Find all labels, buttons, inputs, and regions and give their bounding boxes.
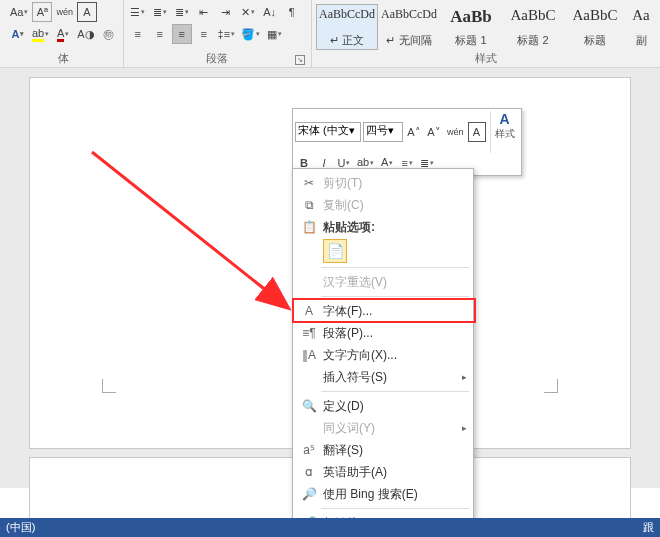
- mini-char-border[interactable]: A: [468, 122, 486, 142]
- ctx-font-label: 字体(F)...: [323, 303, 372, 320]
- ctx-paste-header: 📋 粘贴选项:: [293, 216, 473, 238]
- styles-label-text: 样式: [475, 52, 497, 64]
- paste-icon: 📋: [299, 220, 319, 234]
- ribbon-group-font: Aa▾ Aª wén A A▾ ab▾ A▾ A◑ ㊞ 体: [4, 0, 124, 67]
- ribbon: Aa▾ Aª wén A A▾ ab▾ A▾ A◑ ㊞ 体 ☰▾ ≣▾ ≣▾ ⇤…: [0, 0, 660, 68]
- style-item-heading2[interactable]: AaBbC 标题 2: [502, 4, 564, 50]
- ctx-insert-symbol[interactable]: 插入符号(S) ▸: [293, 366, 473, 388]
- style-preview: AaBbC: [573, 7, 618, 24]
- ctx-define[interactable]: 🔍 定义(D): [293, 395, 473, 417]
- bullets-button[interactable]: ☰▾: [128, 2, 148, 22]
- paragraph-expander-icon[interactable]: ↘: [295, 55, 305, 65]
- ribbon-group-label-font: 体: [8, 50, 119, 67]
- increase-indent-button[interactable]: ⇥: [216, 2, 236, 22]
- ctx-paste-options: 📄: [293, 238, 473, 264]
- context-menu: ✂ 剪切(T) ⧉ 复制(C) 📋 粘贴选项: 📄 汉字重选(V) A 字体(F…: [292, 168, 474, 537]
- paragraph-label-text: 段落: [206, 52, 228, 64]
- status-language[interactable]: (中国): [6, 520, 35, 535]
- ctx-text-direction-label: 文字方向(X)...: [323, 347, 397, 364]
- ribbon-group-label-styles: 样式: [316, 50, 656, 67]
- align-left-button[interactable]: ≡: [128, 24, 148, 44]
- submenu-arrow-icon: ▸: [462, 423, 467, 433]
- style-item-heading1[interactable]: AaBb 标题 1: [440, 4, 502, 50]
- paragraph-icon: ≡¶: [299, 326, 319, 340]
- text-effects-button[interactable]: A▾: [8, 24, 28, 44]
- ctx-hanzi-reselect[interactable]: 汉字重选(V): [293, 271, 473, 293]
- mini-font-size[interactable]: 四号▾: [363, 122, 403, 142]
- ribbon-group-paragraph: ☰▾ ≣▾ ≣▾ ⇤ ⇥ ✕▾ A↓ ¶ ≡ ≡ ≡ ≡ ‡≡▾ 🪣▾ ▦▾ 段…: [124, 0, 312, 67]
- ctx-cut-label: 剪切(T): [323, 175, 362, 192]
- shading-button[interactable]: 🪣▾: [239, 24, 262, 44]
- mini-shrink-font[interactable]: A˅: [425, 122, 443, 142]
- ctx-translate[interactable]: a⁵ 翻译(S): [293, 439, 473, 461]
- borders-button[interactable]: ▦▾: [264, 24, 284, 44]
- align-justify-button[interactable]: ≡: [172, 24, 192, 44]
- style-name: 标题 2: [517, 33, 548, 48]
- highlight-button[interactable]: ab▾: [30, 24, 51, 44]
- ctx-paste-label: 粘贴选项:: [323, 219, 375, 236]
- ctx-bing-search[interactable]: 🔎 使用 Bing 搜索(E): [293, 483, 473, 505]
- numbering-button[interactable]: ≣▾: [150, 2, 170, 22]
- ctx-translate-label: 翻译(S): [323, 442, 363, 459]
- cut-icon: ✂: [299, 176, 319, 190]
- ctx-synonyms-label: 同义词(Y): [323, 420, 375, 437]
- style-name: ↵ 正文: [330, 33, 364, 48]
- mini-styles-label: 样式: [495, 127, 515, 141]
- ribbon-group-styles: AaBbCcDd ↵ 正文 AaBbCcDd ↵ 无间隔 AaBb 标题 1 A…: [312, 0, 660, 67]
- mini-phonetic-button[interactable]: wén: [445, 122, 466, 142]
- text-direction-icon: ‖A: [299, 348, 319, 362]
- mini-styles-button[interactable]: A 样式: [490, 111, 519, 153]
- ctx-english-assistant[interactable]: ɑ 英语助手(A): [293, 461, 473, 483]
- style-preview: AaBbCcDd: [381, 7, 437, 22]
- ctx-text-direction[interactable]: ‖A 文字方向(X)...: [293, 344, 473, 366]
- status-track[interactable]: 跟: [643, 520, 654, 535]
- enclose-char-button[interactable]: ㊞: [99, 24, 119, 44]
- paste-keep-source-button[interactable]: 📄: [323, 239, 347, 263]
- ctx-copy[interactable]: ⧉ 复制(C): [293, 194, 473, 216]
- multilevel-list-button[interactable]: ≣▾: [172, 2, 192, 22]
- style-preview: AaBbCcDd: [319, 7, 375, 22]
- style-name: 标题: [584, 33, 606, 48]
- ctx-define-label: 定义(D): [323, 398, 364, 415]
- ctx-insert-symbol-label: 插入符号(S): [323, 369, 387, 386]
- style-preview: AaBbC: [511, 7, 556, 24]
- clear-formatting-button[interactable]: Aª: [32, 2, 52, 22]
- style-item-subtitle[interactable]: Aa 副: [626, 4, 656, 50]
- decrease-indent-button[interactable]: ⇤: [194, 2, 214, 22]
- separator: [321, 267, 469, 268]
- change-case-button[interactable]: Aa▾: [8, 2, 30, 22]
- asian-layout-button[interactable]: ✕▾: [238, 2, 258, 22]
- ctx-font[interactable]: A 字体(F)...: [293, 300, 473, 322]
- style-preview: Aa: [632, 7, 650, 24]
- style-gallery: AaBbCcDd ↵ 正文 AaBbCcDd ↵ 无间隔 AaBb 标题 1 A…: [316, 2, 656, 50]
- crop-mark-br: [544, 379, 558, 393]
- align-center-button[interactable]: ≡: [150, 24, 170, 44]
- separator: [321, 296, 469, 297]
- ctx-english-label: 英语助手(A): [323, 464, 387, 481]
- style-item-body[interactable]: AaBbCcDd ↵ 正文: [316, 4, 378, 50]
- font-color-button[interactable]: A▾: [53, 24, 73, 44]
- ctx-paragraph[interactable]: ≡¶ 段落(P)...: [293, 322, 473, 344]
- mini-toolbar: 宋体 (中文▾ 四号▾ A˄ A˅ wén A A 样式 B I U▾ ab▾ …: [292, 108, 522, 176]
- ctx-copy-label: 复制(C): [323, 197, 364, 214]
- style-name: 标题 1: [455, 33, 486, 48]
- styles-icon: A: [499, 111, 509, 127]
- mini-grow-font[interactable]: A˄: [405, 122, 423, 142]
- char-shading-button[interactable]: A◑: [75, 24, 96, 44]
- align-distribute-button[interactable]: ≡: [194, 24, 214, 44]
- style-item-nospacing[interactable]: AaBbCcDd ↵ 无间隔: [378, 4, 440, 50]
- style-name: ↵ 无间隔: [386, 33, 431, 48]
- ctx-paragraph-label: 段落(P)...: [323, 325, 373, 342]
- mini-font-name[interactable]: 宋体 (中文▾: [295, 122, 361, 142]
- font-icon: A: [299, 304, 319, 318]
- separator: [321, 391, 469, 392]
- char-border-button[interactable]: A: [77, 2, 97, 22]
- sort-button[interactable]: A↓: [260, 2, 280, 22]
- line-spacing-button[interactable]: ‡≡▾: [216, 24, 238, 44]
- show-marks-button[interactable]: ¶: [282, 2, 302, 22]
- style-preview: AaBb: [450, 7, 492, 27]
- style-item-title[interactable]: AaBbC 标题: [564, 4, 626, 50]
- ctx-cut[interactable]: ✂ 剪切(T): [293, 172, 473, 194]
- phonetic-guide-button[interactable]: wén: [54, 2, 75, 22]
- ctx-synonyms[interactable]: 同义词(Y) ▸: [293, 417, 473, 439]
